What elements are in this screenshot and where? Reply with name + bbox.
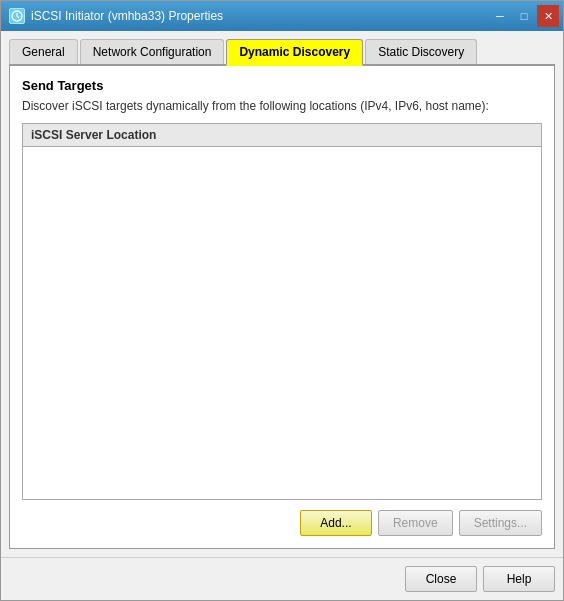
tab-content-dynamic-discovery: Send Targets Discover iSCSI targets dyna… <box>9 66 555 549</box>
remove-button[interactable]: Remove <box>378 510 453 536</box>
window-controls: ─ □ ✕ <box>489 5 559 27</box>
table-body <box>23 147 541 499</box>
settings-button[interactable]: Settings... <box>459 510 542 536</box>
title-bar: iSCSI Initiator (vmhba33) Properties ─ □… <box>1 1 563 31</box>
table-column-header: iSCSI Server Location <box>23 124 541 147</box>
action-buttons: Add... Remove Settings... <box>22 510 542 536</box>
app-icon <box>9 8 25 24</box>
server-location-table: iSCSI Server Location <box>22 123 542 500</box>
restore-button[interactable]: □ <box>513 5 535 27</box>
tab-static-discovery[interactable]: Static Discovery <box>365 39 477 64</box>
tab-general[interactable]: General <box>9 39 78 64</box>
tab-network-configuration[interactable]: Network Configuration <box>80 39 225 64</box>
section-description: Discover iSCSI targets dynamically from … <box>22 99 542 113</box>
help-button[interactable]: Help <box>483 566 555 592</box>
title-bar-left: iSCSI Initiator (vmhba33) Properties <box>9 8 223 24</box>
close-button[interactable]: Close <box>405 566 477 592</box>
minimize-button[interactable]: ─ <box>489 5 511 27</box>
add-button[interactable]: Add... <box>300 510 372 536</box>
main-content: General Network Configuration Dynamic Di… <box>1 31 563 557</box>
tab-bar: General Network Configuration Dynamic Di… <box>9 39 555 66</box>
close-window-button[interactable]: ✕ <box>537 5 559 27</box>
section-title: Send Targets <box>22 78 542 93</box>
dialog-footer: Close Help <box>1 557 563 600</box>
main-window: iSCSI Initiator (vmhba33) Properties ─ □… <box>0 0 564 601</box>
tab-dynamic-discovery[interactable]: Dynamic Discovery <box>226 39 363 66</box>
window-title: iSCSI Initiator (vmhba33) Properties <box>31 9 223 23</box>
